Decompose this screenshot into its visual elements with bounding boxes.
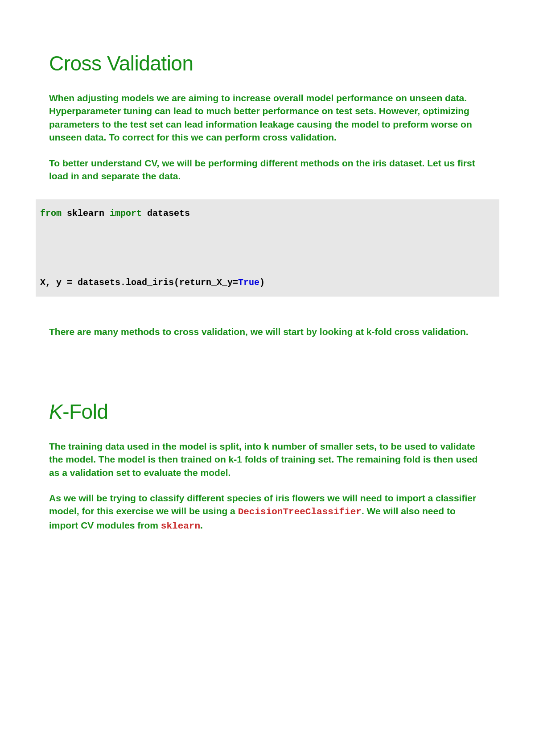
paragraph: There are many methods to cross validati… — [49, 325, 486, 338]
text-span: . — [200, 520, 203, 530]
keyword-import: import — [110, 208, 142, 219]
code-text: X, y = datasets.load_iris(return_X_y= — [40, 277, 238, 288]
code-text: sklearn — [62, 208, 110, 219]
paragraph: As we will be trying to classify differe… — [49, 492, 486, 533]
section-title-kfold: K-Fold — [49, 400, 486, 424]
code-text: datasets — [142, 208, 190, 219]
paragraph: The training data used in the model is s… — [49, 440, 486, 479]
bool-true: True — [238, 277, 259, 288]
title-rest: -Fold — [62, 400, 108, 423]
keyword-from: from — [40, 208, 62, 219]
code-text: ) — [259, 277, 265, 288]
title-italic: K — [49, 400, 62, 423]
section-title-cross-validation: Cross Validation — [49, 51, 486, 75]
paragraph: When adjusting models we are aiming to i… — [49, 91, 486, 144]
paragraph: To better understand CV, we will be perf… — [49, 157, 486, 183]
inline-code: DecisionTreeClassifier — [238, 507, 362, 517]
divider — [49, 370, 486, 370]
code-block: from sklearn import datasets X, y = data… — [36, 199, 499, 297]
inline-code: sklearn — [161, 521, 200, 531]
